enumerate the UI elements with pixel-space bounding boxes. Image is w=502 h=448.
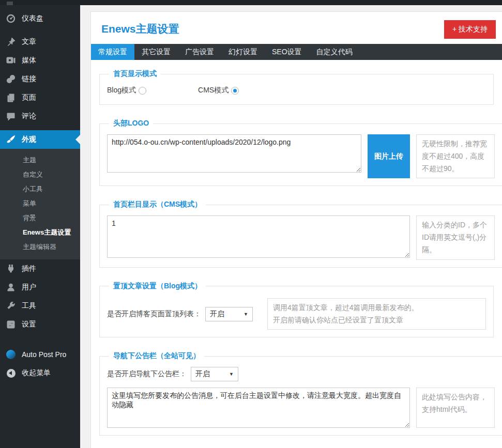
wrench-icon xyxy=(6,301,16,311)
page-title: Enews主题设置 xyxy=(101,23,179,35)
sidebar-item-appearance[interactable]: 外观 xyxy=(0,130,80,149)
section-nav-notice: 导航下公告栏（全站可见） 是否开启导航下公告栏： 开启 ▼ 这里填写您所要发布的… xyxy=(99,351,502,436)
section-home-columns: 首页栏目显示（CMS模式） 1 输入分类的ID，多个ID请用英文逗号(,)分隔。 xyxy=(99,200,502,267)
home-columns-help-text: 输入分类的ID，多个ID请用英文逗号(,)分隔。 xyxy=(416,215,495,259)
sidebar-item-label: 收起菜单 xyxy=(22,368,51,378)
active-item-arrow xyxy=(75,135,80,144)
section-home-display-mode: 首页显示模式 Blog模式 CMS模式 xyxy=(99,69,494,105)
section-legend: 首页显示模式 xyxy=(109,69,161,79)
section-sticky-posts: 置顶文章设置（Blog模式） 是否开启博客页面置顶列表： 开启 ▼ 调用4篇置顶… xyxy=(99,282,494,338)
tab-ads[interactable]: 广告设置 xyxy=(178,44,221,60)
sidebar-item-label: 设置 xyxy=(22,320,36,329)
notice-content-textarea[interactable]: 这里填写您所要发布的公告消息，可在后台主题设置中修改，请注意最大宽度。超出宽度自… xyxy=(107,388,410,428)
user-icon xyxy=(6,283,16,292)
paintbrush-icon xyxy=(6,135,16,144)
settings-tabbar: 常规设置 其它设置 广告设置 幻灯设置 SEO设置 自定义代码 xyxy=(91,44,502,60)
sidebar-item-users[interactable]: 用户 xyxy=(0,278,80,297)
sidebar-item-collapse-menu[interactable]: 收起菜单 xyxy=(0,364,80,382)
tab-general[interactable]: 常规设置 xyxy=(91,44,134,60)
sidebar-item-label: 页面 xyxy=(22,93,36,102)
sidebar-item-comments[interactable]: 评论 xyxy=(0,107,80,126)
select-arrow-icon: ▼ xyxy=(244,312,248,317)
tab-slides[interactable]: 幻灯设置 xyxy=(221,44,265,60)
submenu-item-theme-editor[interactable]: 主题编辑器 xyxy=(0,240,80,254)
sidebar-item-auto-post-pro[interactable]: Auto Post Pro xyxy=(0,345,80,364)
submenu-item-themes[interactable]: 主题 xyxy=(0,153,80,167)
sidebar-item-settings[interactable]: 设置 xyxy=(0,315,80,334)
notice-toggle-label: 是否开启导航下公告栏： xyxy=(107,369,187,379)
plugin-icon xyxy=(6,264,16,273)
sidebar-item-label: Auto Post Pro xyxy=(22,350,66,359)
dashboard-icon xyxy=(6,14,16,23)
tab-custom-code[interactable]: 自定义代码 xyxy=(309,44,360,60)
media-icon xyxy=(6,56,16,65)
section-legend: 头部LOGO xyxy=(109,119,153,128)
select-value: 开启 xyxy=(210,310,224,319)
sticky-toggle-select[interactable]: 开启 ▼ xyxy=(205,307,253,321)
notice-help-text: 此处填写公告内容，支持html代码。 xyxy=(416,388,495,428)
sticky-help-text: 调用4篇置顶文章，超过4篇调用最新发布的。 开启前请确认你站点已经设置了置顶文章 xyxy=(267,298,486,330)
logo-url-textarea[interactable]: http://054.o-ou.cn/wp-content/uploads/20… xyxy=(107,134,361,173)
settings-body: 首页显示模式 Blog模式 CMS模式 头部LOGO http://054.o-… xyxy=(91,60,502,448)
appearance-submenu: 主题 自定义 小工具 菜单 背景 Enews主题设置 主题编辑器 xyxy=(0,149,80,259)
notice-toggle-select[interactable]: 开启 ▼ xyxy=(191,367,238,381)
sidebar-item-tools[interactable]: 工具 xyxy=(0,297,80,315)
submenu-item-widgets[interactable]: 小工具 xyxy=(0,182,80,196)
sidebar-item-posts[interactable]: 文章 xyxy=(0,33,80,51)
sidebar-item-label: 媒体 xyxy=(22,56,36,65)
submenu-item-background[interactable]: 背景 xyxy=(0,211,80,225)
submenu-item-menus[interactable]: 菜单 xyxy=(0,196,80,211)
logo-help-text: 无硬性限制，推荐宽度不超过400，高度不超过90。 xyxy=(416,134,495,178)
tech-support-button[interactable]: + 技术支持 xyxy=(444,20,496,39)
submenu-item-customize[interactable]: 自定义 xyxy=(0,167,80,182)
admin-bar-icon xyxy=(7,2,13,5)
cms-mode-radio[interactable] xyxy=(231,87,239,95)
admin-bar xyxy=(0,0,502,5)
sidebar-item-label: 评论 xyxy=(22,112,36,121)
pushpin-icon xyxy=(6,37,16,47)
sticky-help-line2: 开启前请确认你站点已经设置了置顶文章 xyxy=(273,316,403,324)
blog-mode-label: Blog模式 xyxy=(107,86,136,95)
sidebar-item-dashboard[interactable]: 仪表盘 xyxy=(0,9,80,28)
image-upload-button[interactable]: 图片上传 xyxy=(368,134,410,178)
admin-sidebar: 仪表盘 文章 媒体 链接 页面 xyxy=(0,5,80,448)
section-legend: 首页栏目显示（CMS模式） xyxy=(109,200,206,209)
select-value: 开启 xyxy=(195,369,210,379)
section-legend: 置顶文章设置（Blog模式） xyxy=(109,282,206,291)
collapse-arrow-icon xyxy=(6,368,16,378)
blog-mode-radio[interactable] xyxy=(139,87,146,95)
sidebar-separator xyxy=(0,126,80,130)
tab-other[interactable]: 其它设置 xyxy=(134,44,178,60)
select-arrow-icon: ▼ xyxy=(229,372,234,377)
sidebar-item-label: 文章 xyxy=(22,37,36,47)
link-icon xyxy=(6,74,16,84)
sidebar-item-label: 用户 xyxy=(22,283,36,292)
sidebar-item-label: 外观 xyxy=(22,135,36,144)
settings-card: Enews主题设置 + 技术支持 常规设置 其它设置 广告设置 幻灯设置 SEO… xyxy=(90,11,502,448)
cms-mode-label: CMS模式 xyxy=(198,86,229,95)
sidebar-item-media[interactable]: 媒体 xyxy=(0,51,80,70)
submenu-item-enews-settings[interactable]: Enews主题设置 xyxy=(0,225,80,240)
sidebar-item-label: 插件 xyxy=(22,264,36,273)
section-legend: 导航下公告栏（全站可见） xyxy=(109,351,204,361)
sticky-toggle-label: 是否开启博客页面置顶列表： xyxy=(107,310,201,319)
sidebar-gap xyxy=(0,334,80,345)
home-columns-textarea[interactable]: 1 xyxy=(107,215,410,258)
sidebar-item-links[interactable]: 链接 xyxy=(0,70,80,88)
card-header: Enews主题设置 + 技术支持 xyxy=(91,12,502,44)
auto-post-pro-icon xyxy=(6,350,16,359)
sidebar-item-label: 链接 xyxy=(22,74,36,84)
sliders-icon xyxy=(6,320,16,329)
sticky-help-line1: 调用4篇置顶文章，超过4篇调用最新发布的。 xyxy=(273,303,419,312)
sidebar-item-label: 仪表盘 xyxy=(22,14,43,23)
pages-icon xyxy=(6,93,16,102)
tab-seo[interactable]: SEO设置 xyxy=(265,44,309,60)
sidebar-item-label: 工具 xyxy=(22,301,36,311)
main-content: Enews主题设置 + 技术支持 常规设置 其它设置 广告设置 幻灯设置 SEO… xyxy=(80,5,502,448)
comment-icon xyxy=(6,112,16,121)
section-header-logo: 头部LOGO http://054.o-ou.cn/wp-content/upl… xyxy=(99,119,502,186)
sidebar-item-pages[interactable]: 页面 xyxy=(0,88,80,107)
sidebar-separator xyxy=(0,28,80,33)
sidebar-item-plugins[interactable]: 插件 xyxy=(0,259,80,278)
